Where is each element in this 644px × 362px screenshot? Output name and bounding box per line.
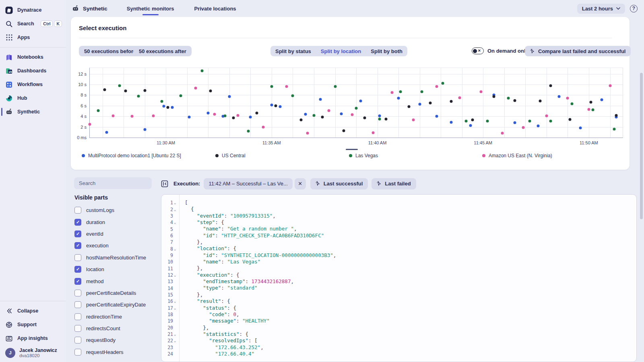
visible-part-requestHeaders[interactable]: requestHeaders xyxy=(74,346,155,358)
data-point[interactable] xyxy=(429,102,431,105)
data-point[interactable] xyxy=(319,98,322,101)
line-number[interactable]: 8⌄ xyxy=(161,245,179,252)
fold-chevron-icon[interactable]: ⌄ xyxy=(174,273,177,277)
parts-search[interactable] xyxy=(74,177,152,189)
fold-chevron-icon[interactable]: ⌄ xyxy=(174,339,177,343)
fold-chevron-icon[interactable]: ⌄ xyxy=(174,247,177,251)
sidebar-item-app-insights[interactable]: App insights xyxy=(0,331,66,345)
sidebar-item-search[interactable]: SearchCtrlK xyxy=(0,17,66,31)
data-point[interactable] xyxy=(558,95,561,98)
data-point[interactable] xyxy=(342,129,345,132)
data-point[interactable] xyxy=(570,102,573,105)
search-input[interactable] xyxy=(78,180,151,187)
data-point[interactable] xyxy=(89,123,91,126)
sidebar-item-collapse[interactable]: Collapse xyxy=(0,304,66,318)
clear-execution-button[interactable]: ✕ xyxy=(295,178,306,189)
data-point[interactable] xyxy=(592,109,594,111)
checkbox-method[interactable]: ✓ xyxy=(74,278,81,285)
data-point[interactable] xyxy=(465,120,468,123)
data-point[interactable] xyxy=(207,112,210,115)
line-number[interactable]: 22⌄ xyxy=(161,337,179,344)
checkbox-duration[interactable]: ✓ xyxy=(74,219,81,226)
data-point[interactable] xyxy=(232,117,235,119)
data-point[interactable] xyxy=(171,106,173,109)
data-point[interactable] xyxy=(160,100,163,103)
user-profile[interactable]: J Jacek Janowicz dva18020 xyxy=(0,345,66,358)
tab-private-locations[interactable]: Private locations xyxy=(194,6,236,12)
selected-execution-marker[interactable] xyxy=(346,149,358,150)
data-point[interactable] xyxy=(213,113,216,115)
data-point[interactable] xyxy=(321,115,324,118)
data-point[interactable] xyxy=(442,82,444,85)
data-point[interactable] xyxy=(399,90,402,93)
data-point[interactable] xyxy=(450,100,453,103)
time-range-selector[interactable]: Last 2 hours xyxy=(577,4,625,14)
checkbox-peerCertificateExpiryDate[interactable] xyxy=(74,301,81,308)
execution-value-pill[interactable]: 11:42 AM – Successful – Las Ve... xyxy=(204,178,292,189)
visible-part-requestBody[interactable]: requestBody xyxy=(74,334,155,346)
data-point[interactable] xyxy=(507,97,510,100)
data-point[interactable] xyxy=(224,114,227,117)
data-point[interactable] xyxy=(312,114,315,117)
data-point[interactable] xyxy=(363,117,366,119)
checkbox-location[interactable]: ✓ xyxy=(74,266,81,273)
data-point[interactable] xyxy=(613,128,616,130)
line-number[interactable]: 12⌄ xyxy=(161,272,179,278)
data-point[interactable] xyxy=(270,85,273,88)
fold-chevron-icon[interactable]: ⌄ xyxy=(174,201,177,205)
line-number[interactable]: 16⌄ xyxy=(161,298,179,304)
data-point[interactable] xyxy=(270,104,273,107)
data-point[interactable] xyxy=(306,132,309,135)
data-point[interactable] xyxy=(340,112,343,115)
visible-part-method[interactable]: ✓method xyxy=(74,275,155,287)
data-point[interactable] xyxy=(105,131,108,134)
checkbox-hostNameResolutionTime[interactable] xyxy=(74,254,81,261)
data-point[interactable] xyxy=(124,89,127,92)
sidebar-item-dynatrace[interactable]: Dynatrace xyxy=(0,3,66,17)
tab-synthetic-monitors[interactable]: Synthetic monitors xyxy=(127,6,174,12)
data-point[interactable] xyxy=(275,104,277,107)
checkbox-customLogs[interactable] xyxy=(74,207,81,214)
fold-chevron-icon[interactable]: ⌄ xyxy=(174,299,177,303)
visible-part-location[interactable]: ✓location xyxy=(74,263,155,275)
data-point[interactable] xyxy=(469,124,472,127)
data-point[interactable] xyxy=(103,88,106,91)
data-point[interactable] xyxy=(188,115,190,118)
data-point[interactable] xyxy=(143,89,146,92)
fold-chevron-icon[interactable]: ⌄ xyxy=(174,220,177,224)
data-point[interactable] xyxy=(97,109,100,112)
data-point[interactable] xyxy=(486,120,489,123)
last-successful-button[interactable]: Last successful xyxy=(310,178,368,189)
data-point[interactable] xyxy=(539,99,542,102)
line-number[interactable]: 4⌄ xyxy=(161,219,179,226)
sidebar-item-workflows[interactable]: Workflows xyxy=(0,78,66,91)
data-point[interactable] xyxy=(587,108,590,111)
fold-chevron-icon[interactable]: ⌄ xyxy=(174,208,177,212)
data-point[interactable] xyxy=(162,105,165,108)
data-point[interactable] xyxy=(514,121,516,124)
checkbox-redirectionTime[interactable] xyxy=(74,313,81,320)
data-point[interactable] xyxy=(579,127,582,130)
data-point[interactable] xyxy=(137,95,140,98)
data-point[interactable] xyxy=(435,85,438,88)
checkbox-redirectsCount[interactable] xyxy=(74,325,81,332)
data-point[interactable] xyxy=(167,106,169,109)
sidebar-item-synthetic[interactable]: Synthetic xyxy=(0,105,66,119)
visible-part-peerCertificateDetails[interactable]: peerCertificateDetails xyxy=(74,287,155,299)
data-point[interactable] xyxy=(256,112,258,115)
data-point[interactable] xyxy=(545,114,548,117)
data-point[interactable] xyxy=(600,99,603,101)
data-point[interactable] xyxy=(537,124,539,127)
data-point[interactable] xyxy=(378,114,381,117)
data-point[interactable] xyxy=(384,117,387,120)
data-point[interactable] xyxy=(247,130,250,133)
data-point[interactable] xyxy=(111,114,114,117)
fold-chevron-icon[interactable]: ⌄ xyxy=(174,306,177,310)
data-point[interactable] xyxy=(262,125,264,128)
data-point[interactable] xyxy=(228,95,231,98)
data-point[interactable] xyxy=(285,85,288,88)
sidebar-item-notebooks[interactable]: Notebooks xyxy=(0,50,66,64)
legend-item[interactable]: MultiProtocol demo location1 [Ubuntu 22 … xyxy=(82,153,181,158)
data-point[interactable] xyxy=(568,118,571,121)
line-number[interactable]: 21⌄ xyxy=(161,331,179,337)
